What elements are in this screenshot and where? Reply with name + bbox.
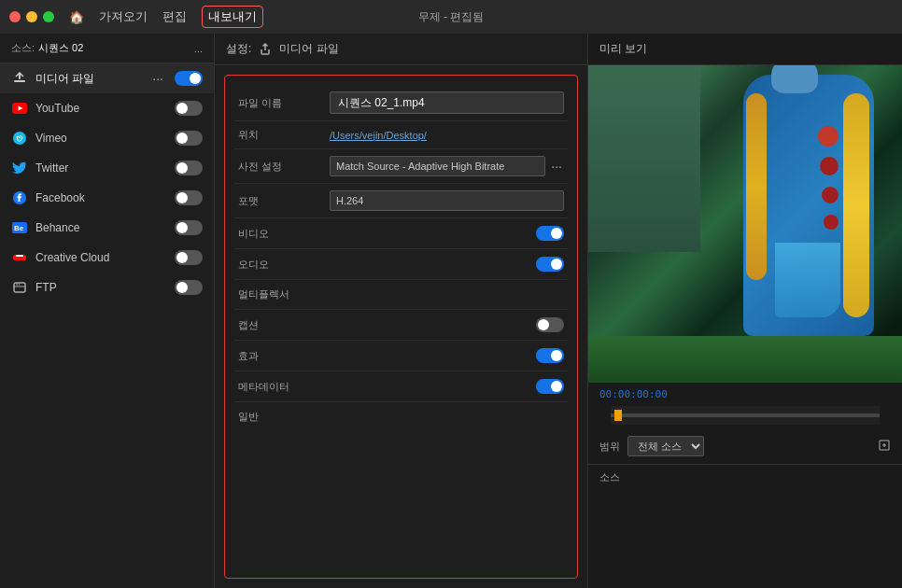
right-panel: 미리 보기 xyxy=(588,34,902,588)
audio-row: 오디오 xyxy=(234,249,568,280)
svg-text:Be: Be xyxy=(14,224,24,232)
home-icon[interactable]: 🏠 xyxy=(69,10,84,24)
titlebar-buttons xyxy=(9,11,54,22)
media-file-toggle[interactable] xyxy=(175,71,203,86)
media-file-more[interactable]: ··· xyxy=(152,71,163,86)
slide-top xyxy=(771,65,818,93)
timeline-cursor[interactable] xyxy=(614,410,622,421)
sidebar-source: 소스: 시퀀스 02 xyxy=(11,41,83,55)
creative-cloud-icon xyxy=(11,249,28,266)
slide-yellow-right xyxy=(746,93,767,280)
menu-import[interactable]: 가져오기 xyxy=(99,8,148,25)
menu-edit[interactable]: 편집 xyxy=(162,8,187,25)
slide-yellow-left xyxy=(843,93,869,317)
sidebar-label-youtube: YouTube xyxy=(35,102,167,115)
range-label: 범위 xyxy=(599,440,620,454)
main-layout: 소스: 시퀀스 02 ... 미디어 파일 ··· xyxy=(0,34,902,588)
format-label: 포맷 xyxy=(238,194,322,208)
sidebar-item-twitter[interactable]: Twitter xyxy=(0,153,214,183)
behance-toggle[interactable] xyxy=(175,220,203,235)
svg-rect-10 xyxy=(16,255,23,257)
menu-export[interactable]: 내보내기 xyxy=(202,6,263,28)
filename-input[interactable] xyxy=(330,91,564,114)
captions-toggle[interactable] xyxy=(536,317,564,332)
vimeo-toggle[interactable] xyxy=(175,131,203,146)
metadata-toggle[interactable] xyxy=(536,379,564,394)
effects-row: 효과 xyxy=(234,341,568,371)
source-section-label: 소스 xyxy=(599,471,620,483)
twitter-icon xyxy=(11,160,28,176)
sidebar-label-facebook: Facebook xyxy=(35,191,167,204)
background-trees xyxy=(588,65,700,252)
preview-header: 미리 보기 xyxy=(588,34,902,65)
titlebar: 🏠 가져오기 편집 내보내기 무제 - 편집됨 xyxy=(0,0,902,34)
media-file-header-label: 미디어 파일 xyxy=(279,41,338,57)
range-icon xyxy=(878,439,891,455)
video-label: 비디오 xyxy=(238,227,536,241)
metadata-row: 메타데이터 xyxy=(234,371,568,402)
format-row: 포맷 H.264 xyxy=(234,184,568,218)
slide-red-3 xyxy=(822,187,839,203)
preview-source-section: 소스 xyxy=(588,464,902,490)
close-button[interactable] xyxy=(9,11,21,22)
vimeo-icon xyxy=(11,130,28,147)
settings-label: 설정: xyxy=(226,41,251,57)
video-row: 비디오 xyxy=(234,218,568,249)
sidebar: 소스: 시퀀스 02 ... 미디어 파일 ··· xyxy=(0,34,215,588)
audio-toggle[interactable] xyxy=(536,257,564,272)
sidebar-item-youtube[interactable]: YouTube xyxy=(0,93,214,123)
filename-label: 파일 이름 xyxy=(238,96,322,110)
titlebar-menu: 🏠 가져오기 편집 내보내기 xyxy=(69,6,263,28)
youtube-icon xyxy=(11,100,28,117)
ftp-toggle[interactable] xyxy=(175,280,203,295)
facebook-toggle[interactable] xyxy=(175,190,203,205)
captions-label: 캡션 xyxy=(238,318,536,332)
preset-select[interactable]: Match Source - Adaptive High Bitrate xyxy=(330,156,545,176)
slide-red-4 xyxy=(824,215,839,230)
sidebar-item-media-file[interactable]: 미디어 파일 ··· xyxy=(0,63,214,93)
ftp-icon xyxy=(11,279,28,296)
minimize-button[interactable] xyxy=(26,11,37,22)
svg-rect-0 xyxy=(14,80,25,82)
youtube-toggle[interactable] xyxy=(175,101,203,116)
window-title: 무제 - 편집됨 xyxy=(418,9,485,25)
creative-cloud-toggle[interactable] xyxy=(175,250,203,265)
maximize-button[interactable] xyxy=(43,11,54,22)
multiplexer-row: 멀티플렉서 xyxy=(234,280,568,310)
preset-more-button[interactable]: ··· xyxy=(549,159,564,174)
preview-range: 범위 전체 소스 xyxy=(588,428,902,464)
sidebar-item-creative-cloud[interactable]: Creative Cloud xyxy=(0,243,214,273)
behance-icon: Be xyxy=(11,219,28,236)
preview-video-inner xyxy=(588,65,902,383)
source-label: 소스: xyxy=(11,41,35,55)
filename-row: 파일 이름 xyxy=(234,85,568,121)
sidebar-label-behance: Behance xyxy=(35,221,167,234)
preview-timeline[interactable] xyxy=(611,406,880,425)
sidebar-more-button[interactable]: ... xyxy=(194,43,203,54)
preview-title: 미리 보기 xyxy=(599,42,647,55)
sidebar-label-media-file: 미디어 파일 xyxy=(35,71,145,87)
range-select[interactable]: 전체 소스 xyxy=(627,436,704,456)
captions-row: 캡션 xyxy=(234,310,568,341)
sidebar-item-vimeo[interactable]: Vimeo xyxy=(0,123,214,153)
svg-point-12 xyxy=(16,284,18,286)
twitter-toggle[interactable] xyxy=(175,161,203,175)
slide-slide-area xyxy=(775,243,840,317)
preview-timecode: 00:00:00:00 xyxy=(588,383,902,406)
sidebar-item-behance[interactable]: Be Behance xyxy=(0,213,214,243)
metadata-label: 메타데이터 xyxy=(238,380,536,394)
video-toggle[interactable] xyxy=(536,226,564,241)
preset-label: 사전 설정 xyxy=(238,160,322,174)
share-icon xyxy=(259,43,272,56)
format-select[interactable]: H.264 xyxy=(330,190,564,211)
sidebar-item-ftp[interactable]: FTP xyxy=(0,273,214,302)
timeline-area xyxy=(588,406,902,428)
location-link[interactable]: /Users/vejin/Desktop/ xyxy=(330,130,427,141)
facebook-icon xyxy=(11,189,28,206)
sidebar-item-facebook[interactable]: Facebook xyxy=(0,183,214,213)
multiplexer-label: 멀티플렉서 xyxy=(238,287,564,301)
preview-video xyxy=(588,65,902,383)
location-label: 위치 xyxy=(238,128,322,142)
effects-toggle[interactable] xyxy=(536,348,564,363)
center-header: 설정: 미디어 파일 xyxy=(215,34,587,65)
